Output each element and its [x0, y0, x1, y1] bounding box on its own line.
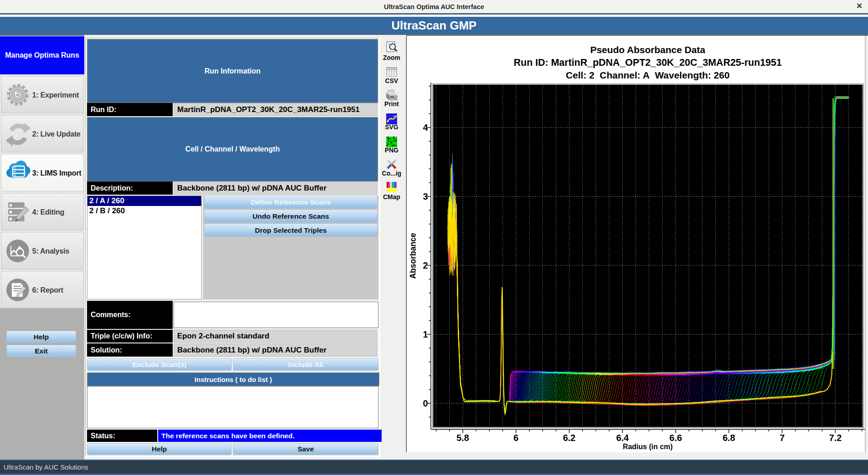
svg-text:6.8: 6.8 — [723, 433, 735, 443]
svg-text:6: 6 — [514, 433, 519, 443]
svg-text:4: 4 — [423, 122, 428, 132]
svg-text:5.8: 5.8 — [456, 433, 469, 443]
svg-text:6.6: 6.6 — [669, 433, 682, 443]
svg-text:0: 0 — [423, 398, 428, 408]
svg-text:Radius (in cm): Radius (in cm) — [623, 443, 673, 451]
svg-text:Absorbance: Absorbance — [408, 233, 417, 279]
svg-text:1: 1 — [423, 329, 428, 339]
svg-text:7: 7 — [780, 433, 785, 443]
svg-text:6.4: 6.4 — [616, 433, 629, 443]
svg-text:6.2: 6.2 — [563, 433, 576, 443]
svg-text:Pseudo Absorbance Data: Pseudo Absorbance Data — [590, 44, 705, 55]
svg-text:3: 3 — [423, 191, 428, 201]
svg-text:2: 2 — [423, 260, 428, 270]
svg-text:7.2: 7.2 — [829, 433, 842, 443]
svg-text:Cell: 2 Channel: A Wavelengt: Cell: 2 Channel: A Wavelength: 260 — [566, 70, 729, 80]
svg-text:Run ID: MartinR_pDNA_OPT2_30K_: Run ID: MartinR_pDNA_OPT2_30K_20C_3MAR25… — [514, 57, 781, 68]
